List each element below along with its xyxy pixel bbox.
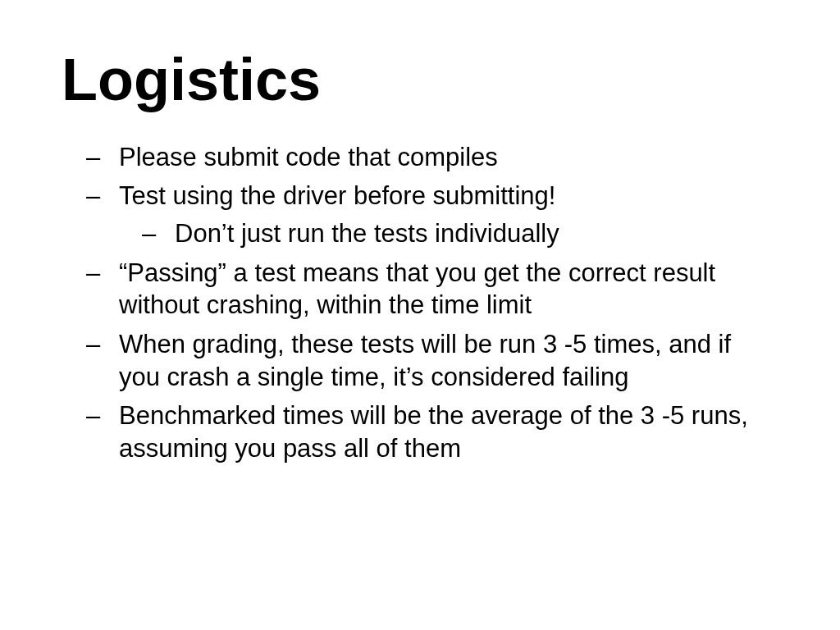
bullet-item: When grading, these tests will be run 3 … (86, 328, 778, 393)
bullet-item: “Passing” a test means that you get the … (86, 257, 778, 322)
bullet-text: When grading, these tests will be run 3 … (119, 330, 731, 391)
bullet-item: Please submit code that compiles (86, 141, 778, 174)
sub-bullet-item: Don’t just run the tests individually (142, 217, 778, 250)
bullet-text: “Passing” a test means that you get the … (119, 258, 715, 320)
slide-title: Logistics (62, 49, 778, 112)
sub-bullet-list: Don’t just run the tests individually (119, 217, 778, 250)
bullet-item: Benchmarked times will be the average of… (86, 399, 778, 464)
bullet-list: Please submit code that compiles Test us… (62, 141, 778, 465)
bullet-text: Benchmarked times will be the average of… (119, 401, 748, 463)
slide: Logistics Please submit code that compil… (0, 0, 840, 630)
bullet-item: Test using the driver before submitting!… (86, 180, 778, 249)
bullet-text: Test using the driver before submitting! (119, 181, 555, 210)
sub-bullet-text: Don’t just run the tests individually (175, 219, 559, 248)
bullet-text: Please submit code that compiles (119, 143, 498, 171)
